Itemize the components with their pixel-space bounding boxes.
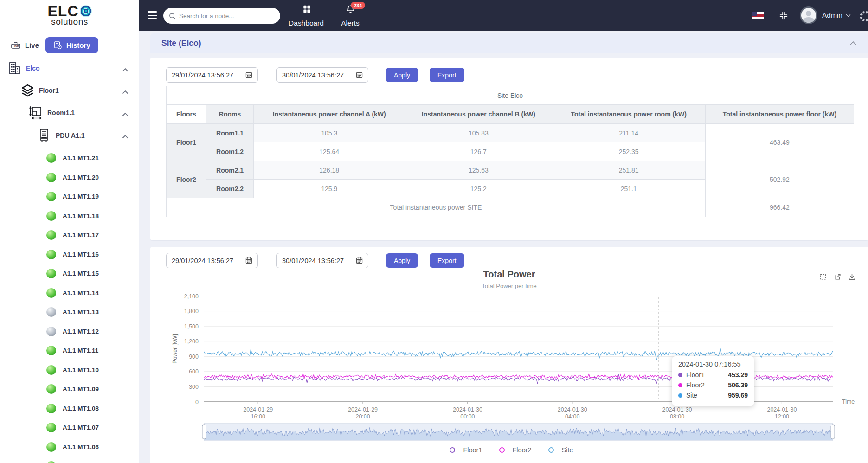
- series-dot-icon: [678, 383, 682, 387]
- table-cell: 251.81: [552, 161, 705, 180]
- tree-node-room1-1[interactable]: Room1.1: [0, 102, 139, 124]
- table-cell: Room1.1: [206, 124, 253, 142]
- tooltip-series-value: 959.69: [728, 392, 748, 399]
- meter-item[interactable]: A1.1 MT1.13: [0, 302, 139, 322]
- meter-item[interactable]: A1.1 MT1.16: [0, 245, 139, 264]
- meter-label: A1.1 MT1.08: [63, 405, 99, 412]
- total-power-card: 29/01/2024 13:56:27 30/01/2024 13:56:27: [150, 247, 868, 463]
- meter-item[interactable]: A1.1 MT1.20: [0, 168, 139, 187]
- history-icon: [53, 41, 62, 50]
- menu-icon[interactable]: [148, 11, 157, 19]
- user-avatar[interactable]: [800, 6, 817, 24]
- date-to-input[interactable]: 30/01/2024 13:56:27: [276, 253, 368, 268]
- settings-gear-icon[interactable]: [858, 9, 868, 25]
- navigator-handle-right[interactable]: [831, 425, 835, 439]
- site-panel-header: Site (Elco): [150, 33, 868, 53]
- date-to-value: 30/01/2024 13:56:27: [282, 257, 356, 264]
- status-dot-online: [46, 365, 56, 375]
- meter-item[interactable]: A1.1 MT1.19: [0, 187, 139, 206]
- room-plan-icon: [28, 106, 44, 120]
- calendar-icon[interactable]: [356, 257, 363, 264]
- meter-item[interactable]: A1.1 MT1.08: [0, 399, 139, 418]
- apply-button[interactable]: Apply: [386, 68, 418, 82]
- legend-marker-icon: [495, 447, 509, 453]
- legend-item-floor1[interactable]: Floor1: [445, 446, 482, 454]
- calendar-icon[interactable]: [356, 71, 363, 78]
- meter-item[interactable]: A1.1 MT1.15: [0, 264, 139, 283]
- zoom-select-icon[interactable]: [819, 273, 827, 281]
- date-from-input[interactable]: 29/01/2024 13:56:27: [166, 67, 258, 83]
- y-tick-label: 300: [189, 384, 199, 390]
- tab-live[interactable]: LIVE Live: [6, 37, 44, 53]
- site-power-table: Site Elco FloorsRoomsInstantaneous power…: [166, 86, 854, 217]
- user-menu[interactable]: Admin: [822, 11, 851, 19]
- fullscreen-compress-icon[interactable]: [778, 11, 789, 23]
- y-tick-label: 0: [195, 399, 199, 405]
- legend-item-floor2[interactable]: Floor2: [495, 446, 532, 454]
- tree-node-elco-label: Elco: [26, 64, 40, 72]
- date-to-input[interactable]: 30/01/2024 13:56:27: [276, 67, 368, 83]
- meter-item[interactable]: A1.1 MT1.06: [0, 437, 139, 457]
- search-input[interactable]: [179, 13, 275, 19]
- meter-item[interactable]: A1.1 MT1.11: [0, 341, 139, 360]
- tree-node-elco[interactable]: Elco: [0, 57, 139, 79]
- table-cell: Room2.1: [206, 161, 253, 180]
- tree-node-pdu-a1-1[interactable]: PDU A1.1: [0, 124, 139, 147]
- column-header: Total instantaneous power floor (kW): [705, 105, 854, 124]
- date-from-input[interactable]: 29/01/2024 13:56:27: [166, 253, 258, 268]
- meter-item[interactable]: A1.1 MT1.10: [0, 360, 139, 380]
- zoom-reset-icon[interactable]: [834, 273, 842, 281]
- export-button[interactable]: Export: [430, 68, 464, 82]
- tree-node-floor1[interactable]: Floor1: [0, 79, 139, 102]
- tab-history-label: History: [66, 41, 90, 49]
- chart-tooltip: 2024-01-30 07:16:55 Floor1453.29Floor250…: [672, 356, 754, 406]
- nav-dashboard[interactable]: Dashboard: [284, 4, 328, 27]
- meter-item[interactable]: A1.1 MT1.12: [0, 322, 139, 341]
- x-tick-date: 2024-01-30: [558, 406, 587, 413]
- brand-logo[interactable]: ELC solutions: [0, 0, 139, 31]
- status-dot-online: [46, 423, 56, 432]
- meter-item[interactable]: A1.1 MT1.18: [0, 206, 139, 226]
- y-tick-label: 2,100: [184, 293, 199, 300]
- tab-history[interactable]: History: [45, 37, 98, 53]
- meter-item[interactable]: A1.1 MT1.14: [0, 283, 139, 303]
- brand-name-solutions: solutions: [51, 17, 88, 27]
- meter-item[interactable]: A1.1 MT1.21: [0, 148, 139, 168]
- status-dot-online: [46, 269, 56, 278]
- legend-item-site[interactable]: Site: [544, 446, 573, 454]
- calendar-icon[interactable]: [245, 71, 252, 78]
- user-name: Admin: [822, 11, 842, 19]
- meter-label: A1.1 MT1.18: [63, 212, 99, 219]
- chevron-up-icon[interactable]: [122, 110, 129, 118]
- chevron-up-icon[interactable]: [122, 65, 129, 74]
- calendar-icon[interactable]: [245, 257, 252, 264]
- nav-dashboard-label: Dashboard: [289, 19, 324, 27]
- meter-item[interactable]: A1.1 MT1.17: [0, 225, 139, 245]
- site-table-card: 29/01/2024 13:56:27 30/01/2024 13:56:27: [150, 58, 868, 240]
- apply-button[interactable]: Apply: [386, 253, 418, 268]
- meter-label: A1.1 MT1.13: [63, 309, 99, 315]
- nav-alerts[interactable]: 234 Alerts: [331, 4, 369, 27]
- chevron-up-icon[interactable]: [122, 132, 129, 141]
- collapse-chevron-icon[interactable]: [849, 39, 857, 47]
- language-us-flag-icon[interactable]: [752, 12, 764, 19]
- dashboard-grid-icon: [302, 4, 311, 14]
- svg-text:LIVE: LIVE: [13, 45, 19, 48]
- meter-item[interactable]: A1.1 MT1.09: [0, 379, 139, 399]
- meter-label: A1.1 MT1.07: [63, 424, 99, 431]
- meter-item[interactable]: A1.1 MT1.07: [0, 418, 139, 437]
- layers-icon: [19, 84, 35, 97]
- navigator-handle-left[interactable]: [202, 425, 206, 439]
- meter-label: A1.1 MT1.16: [63, 251, 99, 258]
- table-cell: 126.18: [254, 161, 405, 180]
- legend-marker-icon: [544, 447, 559, 453]
- export-button[interactable]: Export: [430, 253, 464, 268]
- meter-item[interactable]: [0, 457, 139, 463]
- status-dot-offline: [46, 307, 56, 317]
- status-dot-online: [46, 442, 56, 452]
- chevron-up-icon[interactable]: [122, 88, 129, 96]
- total-power-chart[interactable]: 03006009001,2001,5001,8002,100Power [kW]…: [150, 289, 868, 446]
- table-cell: 125.9: [254, 180, 405, 198]
- download-chart-icon[interactable]: [848, 273, 856, 281]
- y-tick-label: 1,500: [184, 323, 199, 330]
